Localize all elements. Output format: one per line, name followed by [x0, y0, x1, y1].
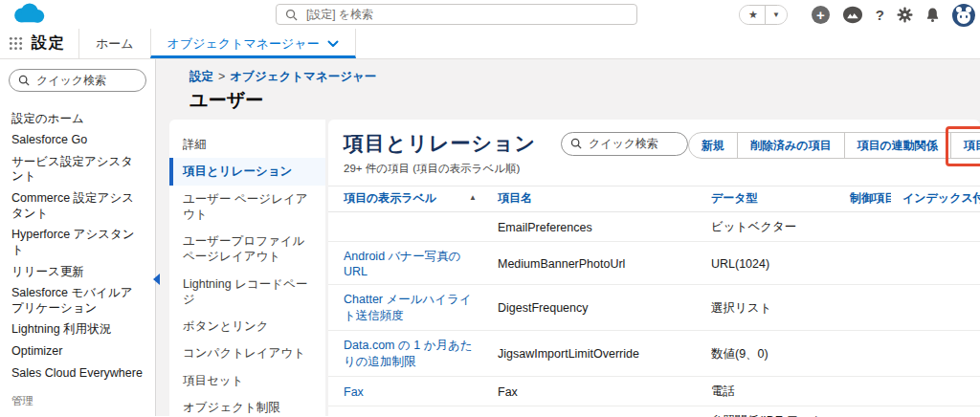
field-name-cell: Fax — [486, 377, 700, 406]
search-icon — [570, 138, 582, 149]
data-type-cell: 電話 — [700, 377, 838, 406]
object-nav-item[interactable]: ユーザー ページレイアウト — [169, 186, 325, 229]
app-launcher-icon[interactable] — [9, 36, 23, 51]
fields-quick-find[interactable] — [561, 132, 688, 156]
sidebar-collapse-icon[interactable] — [153, 274, 160, 285]
setup-tab-bar: 設定 ホーム オブジェクトマネージャー — [0, 29, 980, 59]
data-type-cell: 数値(9、0) — [700, 331, 838, 377]
field-label-link[interactable]: Chatter メールハイライト送信頻度 — [344, 293, 472, 322]
sidebar-item[interactable]: リリース更新 — [0, 261, 155, 283]
sidebar-item[interactable]: Hyperforce アシスタント — [0, 225, 155, 261]
object-nav-item[interactable]: ユーザープロファイル ページレイアウト — [169, 228, 325, 271]
object-nav-item-active[interactable]: 項目とリレーション — [169, 158, 325, 185]
favorites-dropdown-icon[interactable]: ▼ — [765, 6, 787, 24]
add-icon[interactable]: + — [812, 6, 830, 24]
field-label-link[interactable]: Fax — [344, 385, 364, 399]
column-header[interactable]: 制御項目 — [838, 187, 891, 212]
sidebar-item[interactable]: Lightning 利用状況 — [0, 319, 155, 341]
global-search-input[interactable] — [306, 8, 628, 21]
column-header[interactable]: 項目名 — [486, 187, 700, 212]
column-header-label: 項目名 — [498, 191, 532, 205]
tab-home[interactable]: ホーム — [78, 29, 150, 58]
sidebar-section-label: 管理 — [0, 384, 155, 412]
sidebar-item[interactable]: Salesforce Go — [0, 130, 155, 152]
controlling-field-cell — [838, 242, 891, 285]
user-avatar[interactable] — [952, 4, 975, 27]
sidebar-item[interactable]: Sales Cloud Everywhere — [0, 362, 155, 384]
sidebar-item[interactable]: Salesforce モバイルアプリケーション — [0, 283, 155, 319]
card-head: 項目とリレーション 29+ 件の項目 (項目の表示ラベル順) 新規削除済みの項目… — [328, 120, 980, 182]
object-nav-item[interactable]: ボタンとリンク — [169, 313, 325, 340]
search-icon — [285, 9, 298, 21]
object-nav: 詳細項目とリレーションユーザー ページレイアウトユーザープロファイル ページレイ… — [169, 120, 325, 416]
tab-object-manager[interactable]: オブジェクトマネージャー — [150, 29, 356, 58]
field-label-cell: Chatter メールハイライト送信頻度 — [328, 285, 486, 331]
object-nav-item[interactable]: オブジェクト制限 — [169, 394, 325, 417]
object-nav-item[interactable]: Lightning レコードページ — [169, 271, 325, 314]
controlling-field-cell — [838, 377, 891, 406]
field-label-link[interactable]: Data.com の 1 か月あたりの追加制限 — [344, 339, 473, 368]
data-type-cell: 選択リスト — [700, 285, 838, 331]
column-header[interactable]: 項目の表示ラベル▲ — [328, 187, 486, 212]
action-button[interactable]: 新規 — [688, 132, 738, 159]
actions-button-group: 新規削除済みの項目項目の連動関係項目履歴管理の設定 — [688, 132, 980, 159]
fields-table: 項目の表示ラベル▲項目名データ型制御項目インデックス付き EmailPrefer… — [328, 186, 980, 417]
sidebar-item[interactable]: Commerce 設定アシスタント — [0, 188, 155, 225]
sidebar-item[interactable]: サービス設定アシスタント — [0, 151, 155, 187]
item-count: 29+ 件の項目 (項目の表示ラベル順) — [344, 162, 688, 176]
column-header[interactable]: データ型 — [700, 187, 838, 212]
field-label-link[interactable]: Android バナー写真の URL — [344, 250, 460, 278]
global-search[interactable] — [276, 4, 637, 25]
sidebar-item[interactable]: Optimizer — [0, 341, 155, 363]
field-label-cell: Android バナー写真の URL — [328, 242, 486, 285]
object-nav-item[interactable]: コンパクトレイアウト — [169, 340, 325, 366]
column-header[interactable]: インデックス付き — [891, 187, 980, 212]
sidebar-quick-find[interactable] — [9, 69, 146, 92]
gear-icon[interactable] — [897, 7, 913, 23]
app-name: 設定 — [32, 33, 66, 54]
content: 設定のホームSalesforce Goサービス設定アシスタントCommerce … — [0, 59, 980, 416]
fields-card: 項目とリレーション 29+ 件の項目 (項目の表示ラベル順) 新規削除済みの項目… — [328, 120, 980, 416]
indexed-cell — [891, 377, 980, 406]
header-actions: ★ ▼ + ? — [739, 3, 975, 27]
column-header-label: 項目の表示ラベル — [344, 191, 436, 205]
bell-icon[interactable] — [925, 7, 940, 23]
favorites-group: ★ ▼ — [739, 5, 788, 25]
breadcrumb: 設定>オブジェクトマネージャー — [189, 69, 980, 85]
search-icon — [18, 75, 30, 86]
tab-object-manager-label: オブジェクトマネージャー — [167, 35, 320, 53]
column-header-label: インデックス付き — [902, 191, 980, 205]
button-wrap: 項目の連動関係 — [844, 132, 951, 159]
sidebar-tree: ユーザーデータメール — [0, 412, 155, 417]
data-type-cell: ビットベクター — [700, 212, 838, 242]
field-name-cell: WorkspaceId — [486, 406, 700, 417]
global-header: ★ ▼ + ? — [0, 0, 980, 29]
salesforce-logo-icon — [10, 2, 48, 31]
button-wrap: 新規 — [688, 132, 738, 159]
field-label-cell: IDE ワークスペース — [328, 406, 486, 417]
data-type-cell: 参照関係(IDE ワークスペース) — [700, 406, 838, 417]
button-wrap: 削除済みの項目 — [737, 132, 845, 159]
sidebar-item[interactable]: 設定のホーム — [0, 108, 155, 130]
action-button[interactable]: 項目の連動関係 — [844, 132, 951, 159]
sidebar-quick-find-input[interactable] — [36, 74, 137, 87]
table-row: Android バナー写真の URLMediumBannerPhotoUrlUR… — [328, 242, 980, 285]
trailhead-icon[interactable] — [842, 6, 863, 24]
fields-table-body: EmailPreferencesビットベクターAndroid バナー写真の UR… — [328, 212, 980, 417]
action-button[interactable]: 項目履歴管理の設定 — [950, 132, 980, 159]
action-button[interactable]: 削除済みの項目 — [737, 132, 845, 159]
column-header-label: 制御項目 — [850, 191, 891, 205]
fields-quick-find-input[interactable] — [589, 137, 679, 150]
controlling-field-cell — [838, 285, 891, 331]
controlling-field-cell — [838, 406, 891, 417]
favorites-star-icon[interactable]: ★ — [740, 6, 765, 24]
help-icon[interactable]: ? — [876, 7, 884, 23]
breadcrumb-setup-link[interactable]: 設定 — [189, 70, 213, 83]
chevron-down-icon[interactable] — [327, 40, 339, 48]
sidebar-tree-item[interactable]: ユーザー — [0, 412, 155, 417]
breadcrumb-object-manager-link[interactable]: オブジェクトマネージャー — [230, 70, 376, 83]
title-block: 項目とリレーション 29+ 件の項目 (項目の表示ラベル順) — [344, 130, 688, 176]
indexed-cell — [891, 242, 980, 285]
object-nav-item[interactable]: 詳細 — [169, 131, 325, 158]
object-nav-item[interactable]: 項目セット — [169, 367, 325, 394]
